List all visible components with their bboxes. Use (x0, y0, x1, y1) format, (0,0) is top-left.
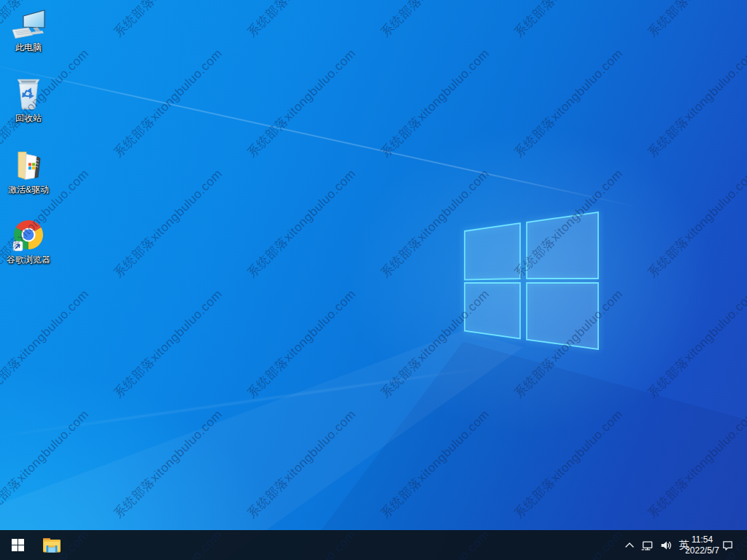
chrome-icon (12, 217, 45, 252)
tray-time: 11:54 (692, 534, 713, 545)
start-button[interactable] (0, 530, 35, 560)
wallpaper-light-wedge (0, 0, 747, 560)
action-center-button[interactable] (719, 530, 737, 560)
ethernet-network-icon (641, 540, 654, 551)
this-pc-icon (11, 4, 46, 39)
desktop-icon-label: 谷歌浏览器 (7, 254, 50, 265)
windows-logo (460, 206, 603, 354)
network-tray-button[interactable] (638, 530, 657, 560)
shortcut-arrow-badge (13, 241, 23, 251)
speaker-icon (660, 540, 672, 551)
open-folder-icon (11, 147, 46, 182)
light-ray (0, 367, 491, 439)
wallpaper (0, 0, 747, 560)
desktop-icon-recycle-bin[interactable]: 回收站 (1, 75, 55, 144)
desktop-icon-chrome[interactable]: 谷歌浏览器 (1, 217, 55, 285)
taskbar: 英 11:54 2022/5/7 (0, 530, 747, 560)
desktop-icon-label: 激活&驱动 (8, 184, 49, 195)
action-center-icon (721, 540, 734, 551)
light-ray (0, 61, 641, 209)
desktop-icon-label: 此电脑 (15, 42, 42, 52)
taskbar-clock[interactable]: 11:54 2022/5/7 (693, 530, 711, 560)
desktop-icon-this-pc[interactable]: 此电脑 (1, 4, 55, 73)
windows-start-icon (12, 539, 24, 551)
file-explorer-button[interactable] (35, 530, 69, 560)
system-tray: 英 11:54 2022/5/7 (620, 530, 747, 560)
chevron-up-icon (624, 540, 635, 551)
tray-date: 2022/5/7 (685, 545, 719, 556)
volume-tray-button[interactable] (657, 530, 675, 560)
desktop-icon-drivers-folder[interactable]: 激活&驱动 (1, 147, 55, 215)
desktop-icon-label: 回收站 (15, 113, 42, 123)
hidden-icons-chevron[interactable] (620, 530, 638, 560)
wallpaper-shadow-wedge (0, 0, 747, 560)
file-explorer-icon (42, 537, 61, 553)
recycle-bin-icon (14, 75, 43, 110)
